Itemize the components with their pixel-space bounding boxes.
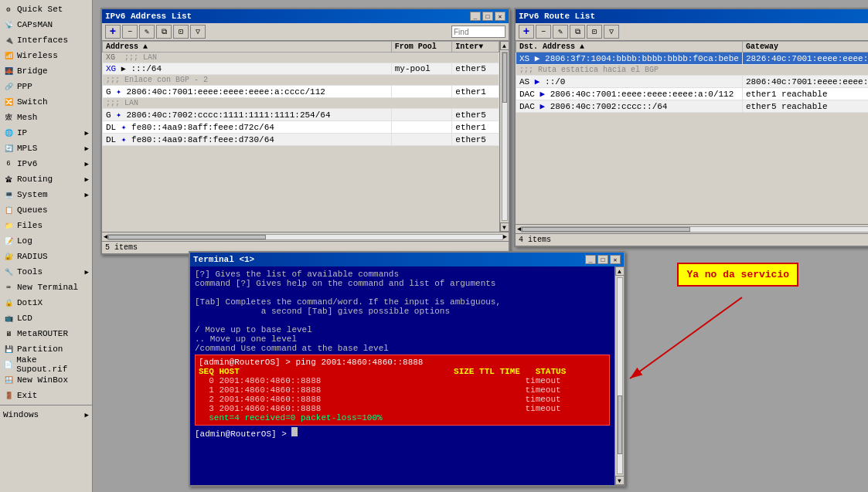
address-list-scrollbar-h[interactable]: ◀ ▶ [102,232,509,241]
sidebar-item-exit[interactable]: 🚪 Exit [0,388,92,403]
sidebar-item-queues[interactable]: 📋 Queues [0,202,92,218]
table-row[interactable]: DAC ▶ 2806:40c:7001:eeee:eeee:eeee:a:0/1… [516,88,869,100]
scroll-track-h [107,234,502,240]
sidebar-item-mesh[interactable]: 🕸 Mesh [0,110,92,125]
sidebar-label-queues: Queues [17,205,48,215]
sidebar-item-lcd[interactable]: 📺 LCD [0,310,92,326]
sidebar-item-interfaces[interactable]: 🔌 Interfaces [0,32,92,48]
sidebar-item-log[interactable]: 📝 Log [0,233,92,249]
sidebar-item-bridge[interactable]: 🌉 Bridge [0,63,92,79]
terminal-line [195,288,610,297]
route-list-scrollbar-h[interactable]: ◀ ▶ [516,224,868,233]
sidebar-item-files[interactable]: 📁 Files [0,218,92,233]
paste-route-button[interactable]: ⊡ [587,25,602,39]
sidebar-item-ipv6[interactable]: 6 IPv6 ▶ [0,156,92,171]
scroll-down-btn[interactable]: ▼ [500,222,509,232]
table-row[interactable]: DL ✦ fe80::4aa9:8aff:feee:d72c/64 ether1 [103,121,499,134]
terminal-line: /command Use command at the base level [195,344,610,353]
col-from-pool[interactable]: From Pool [391,42,452,53]
sidebar-label-files: Files [17,221,43,230]
table-row[interactable]: DAC ▶ 2806:40c:7002:cccc::/64 ether5 rea… [516,100,869,113]
sidebar-item-ppp[interactable]: 🔗 PPP [0,79,92,94]
maximize-button[interactable]: □ [482,12,493,21]
log-icon: 📝 [3,236,14,246]
ipv6-route-list-titlebar: IPv6 Route List _ □ ✕ [516,9,868,23]
ping-row-2: 2 2001:4860:4860::8888 timeout [199,395,606,404]
ping-block: [admin@RouterOS] > ping 2001:4860:4860::… [195,355,610,426]
edit-address-button[interactable]: ✎ [139,25,155,39]
sidebar-item-switch[interactable]: 🔀 Switch [0,94,92,110]
terminal-output[interactable]: [?] Gives the list of available commands… [190,266,614,485]
sidebar-item-metarouter[interactable]: 🖥 MetaROUTER [0,326,92,341]
scroll-thumb [502,53,507,103]
term-scroll-down-btn[interactable]: ▼ [615,476,625,485]
queues-icon: 📋 [3,205,14,215]
table-row[interactable]: XG ▶ :::/64 my-pool ether5 [103,63,499,75]
term-maximize-button[interactable]: □ [597,255,608,264]
terminal-title: Terminal <1> [193,255,254,264]
sidebar-item-new-terminal[interactable]: ⌨ New Terminal [0,280,92,295]
col-interface[interactable]: Inter▼ [452,42,499,53]
close-button[interactable]: ✕ [495,12,505,21]
copy-route-button[interactable]: ⧉ [570,25,585,39]
ping-row-3: 3 2001:4860:4860::8888 timeout [199,404,606,413]
terminal-cursor [291,427,298,436]
sidebar-item-capsman[interactable]: 📡 CAPsMAN [0,17,92,32]
filter-address-button[interactable]: ▽ [190,25,206,39]
sidebar-item-quick-set[interactable]: ⚙ Quick Set [0,2,92,17]
sidebar-item-make-supout[interactable]: 📄 Make Supout.rif [0,357,92,372]
terminal-scrollbar-v[interactable]: ▲ ▼ [614,266,624,485]
scroll-up-btn[interactable]: ▲ [500,41,509,50]
switch-icon: 🔀 [3,97,14,107]
col-gateway[interactable]: Gateway [742,42,868,53]
route-table-wrap: Dst. Address ▲ Gateway XS ▶ 2806:3f7:100… [516,41,868,224]
term-close-button[interactable]: ✕ [610,255,621,264]
main-area: IPv6 Address List _ □ ✕ + − ✎ ⧉ ⊡ ▽ [93,0,868,492]
interfaces-icon: 🔌 [3,35,14,46]
term-minimize-button[interactable]: _ [585,255,596,264]
sidebar-item-system[interactable]: 💻 System ▶ [0,187,92,202]
add-route-button[interactable]: + [519,25,534,39]
terminal-line: [?] Gives the list of available commands [195,270,610,279]
mpls-icon: 🔄 [3,143,14,154]
sidebar-item-windows[interactable]: Windows ▶ [0,407,92,422]
filter-route-button[interactable]: ▽ [604,25,619,39]
files-icon: 📁 [3,220,14,231]
table-row[interactable]: G ✦ 2806:40c:7002:cccc:1111:1111:1111:25… [103,109,499,121]
sidebar-item-routing[interactable]: 🛣 Routing ▶ [0,171,92,187]
col-dst-address[interactable]: Dst. Address ▲ [516,42,743,53]
term-scroll-up-btn[interactable]: ▲ [615,266,625,276]
ipv6-address-list-titlebar: IPv6 Address List _ □ ✕ [102,9,509,23]
table-row[interactable]: DL ✦ fe80::4aa9:8aff:feee:d730/64 ether5 [103,134,499,146]
sidebar-item-dot1x[interactable]: 🔒 Dot1X [0,295,92,310]
sidebar-item-ip[interactable]: 🌐 IP ▶ [0,125,92,141]
sidebar-item-wireless[interactable]: 📶 Wireless [0,48,92,63]
minimize-button[interactable]: _ [470,12,481,21]
address-search-input[interactable] [451,25,505,38]
remove-address-button[interactable]: − [122,25,138,39]
sidebar-label-lcd: LCD [17,314,32,323]
col-address[interactable]: Address ▲ [103,42,392,53]
remove-route-button[interactable]: − [536,25,551,39]
paste-address-button[interactable]: ⊡ [173,25,189,39]
sidebar-item-tools[interactable]: 🔧 Tools ▶ [0,264,92,280]
svg-line-1 [630,297,742,378]
route-list-toolbar: + − ✎ ⧉ ⊡ ▽ [516,23,868,41]
address-table: Address ▲ From Pool Inter▼ XG ;;; LAN XG… [102,41,499,146]
edit-route-button[interactable]: ✎ [553,25,568,39]
table-row[interactable]: G ✦ 2806:40c:7001:eeee:eeee:eeee:a:cccc/… [103,86,499,98]
sidebar-item-mpls[interactable]: 🔄 MPLS ▶ [0,141,92,156]
table-row[interactable]: AS ▶ ::/0 2806:40c:7001:eeee:eeee:eeee:a… [516,76,869,88]
ping-row-1: 1 2001:4860:4860::8888 timeout [199,385,606,395]
add-address-button[interactable]: + [105,25,121,39]
sidebar-item-new-winbox[interactable]: 🪟 New WinBox [0,372,92,388]
exit-icon: 🚪 [3,390,14,401]
sidebar-item-radius[interactable]: 🔐 RADIUS [0,249,92,264]
copy-address-button[interactable]: ⧉ [156,25,172,39]
table-row[interactable]: XS ▶ 2806:3f7:1004:bbbb:bbbb:bbbb:f0ca:b… [516,53,869,65]
sidebar-label-radius: RADIUS [17,252,48,261]
address-list-scrollbar-v[interactable]: ▲ ▼ [499,41,509,232]
tools-arrow: ▶ [85,268,89,277]
lcd-icon: 📺 [3,313,14,324]
sidebar-item-partition[interactable]: 💾 Partition [0,341,92,357]
